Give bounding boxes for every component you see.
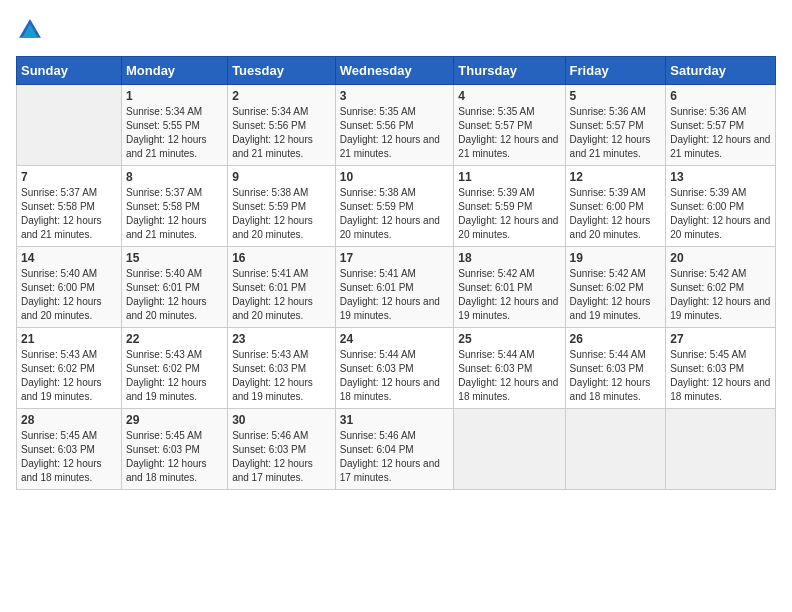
week-row-2: 7Sunrise: 5:37 AMSunset: 5:58 PMDaylight… [17,166,776,247]
week-row-5: 28Sunrise: 5:45 AMSunset: 6:03 PMDayligh… [17,409,776,490]
week-row-1: 1Sunrise: 5:34 AMSunset: 5:55 PMDaylight… [17,85,776,166]
day-number: 14 [21,251,117,265]
calendar-cell: 7Sunrise: 5:37 AMSunset: 5:58 PMDaylight… [17,166,122,247]
day-number: 31 [340,413,450,427]
day-number: 22 [126,332,223,346]
day-info: Sunrise: 5:36 AMSunset: 5:57 PMDaylight:… [570,105,662,161]
calendar-cell: 30Sunrise: 5:46 AMSunset: 6:03 PMDayligh… [228,409,336,490]
calendar-cell: 16Sunrise: 5:41 AMSunset: 6:01 PMDayligh… [228,247,336,328]
calendar-cell: 15Sunrise: 5:40 AMSunset: 6:01 PMDayligh… [121,247,227,328]
column-header-sunday: Sunday [17,57,122,85]
calendar-cell: 24Sunrise: 5:44 AMSunset: 6:03 PMDayligh… [335,328,454,409]
calendar-cell: 6Sunrise: 5:36 AMSunset: 5:57 PMDaylight… [666,85,776,166]
day-number: 25 [458,332,560,346]
column-header-thursday: Thursday [454,57,565,85]
day-info: Sunrise: 5:39 AMSunset: 6:00 PMDaylight:… [570,186,662,242]
day-number: 1 [126,89,223,103]
calendar-cell: 23Sunrise: 5:43 AMSunset: 6:03 PMDayligh… [228,328,336,409]
logo [16,16,48,44]
day-info: Sunrise: 5:37 AMSunset: 5:58 PMDaylight:… [21,186,117,242]
day-info: Sunrise: 5:41 AMSunset: 6:01 PMDaylight:… [232,267,331,323]
calendar-cell [666,409,776,490]
day-number: 17 [340,251,450,265]
column-header-friday: Friday [565,57,666,85]
day-number: 29 [126,413,223,427]
calendar-cell: 4Sunrise: 5:35 AMSunset: 5:57 PMDaylight… [454,85,565,166]
day-info: Sunrise: 5:44 AMSunset: 6:03 PMDaylight:… [340,348,450,404]
day-number: 24 [340,332,450,346]
day-info: Sunrise: 5:35 AMSunset: 5:57 PMDaylight:… [458,105,560,161]
day-info: Sunrise: 5:45 AMSunset: 6:03 PMDaylight:… [21,429,117,485]
calendar-cell: 26Sunrise: 5:44 AMSunset: 6:03 PMDayligh… [565,328,666,409]
calendar-cell: 27Sunrise: 5:45 AMSunset: 6:03 PMDayligh… [666,328,776,409]
day-info: Sunrise: 5:43 AMSunset: 6:02 PMDaylight:… [21,348,117,404]
calendar-cell: 31Sunrise: 5:46 AMSunset: 6:04 PMDayligh… [335,409,454,490]
day-number: 23 [232,332,331,346]
day-info: Sunrise: 5:37 AMSunset: 5:58 PMDaylight:… [126,186,223,242]
calendar-cell: 25Sunrise: 5:44 AMSunset: 6:03 PMDayligh… [454,328,565,409]
calendar-cell: 11Sunrise: 5:39 AMSunset: 5:59 PMDayligh… [454,166,565,247]
day-number: 19 [570,251,662,265]
day-info: Sunrise: 5:36 AMSunset: 5:57 PMDaylight:… [670,105,771,161]
day-number: 15 [126,251,223,265]
day-number: 13 [670,170,771,184]
day-info: Sunrise: 5:43 AMSunset: 6:03 PMDaylight:… [232,348,331,404]
calendar-header-row: SundayMondayTuesdayWednesdayThursdayFrid… [17,57,776,85]
day-info: Sunrise: 5:46 AMSunset: 6:04 PMDaylight:… [340,429,450,485]
page-header [16,16,776,44]
day-number: 9 [232,170,331,184]
day-info: Sunrise: 5:39 AMSunset: 6:00 PMDaylight:… [670,186,771,242]
calendar-cell: 17Sunrise: 5:41 AMSunset: 6:01 PMDayligh… [335,247,454,328]
day-info: Sunrise: 5:45 AMSunset: 6:03 PMDaylight:… [126,429,223,485]
logo-icon [16,16,44,44]
day-number: 10 [340,170,450,184]
day-info: Sunrise: 5:35 AMSunset: 5:56 PMDaylight:… [340,105,450,161]
day-number: 11 [458,170,560,184]
day-number: 27 [670,332,771,346]
day-info: Sunrise: 5:34 AMSunset: 5:56 PMDaylight:… [232,105,331,161]
day-number: 5 [570,89,662,103]
calendar-cell: 19Sunrise: 5:42 AMSunset: 6:02 PMDayligh… [565,247,666,328]
day-number: 12 [570,170,662,184]
calendar-cell: 1Sunrise: 5:34 AMSunset: 5:55 PMDaylight… [121,85,227,166]
calendar-cell: 13Sunrise: 5:39 AMSunset: 6:00 PMDayligh… [666,166,776,247]
day-number: 4 [458,89,560,103]
day-info: Sunrise: 5:41 AMSunset: 6:01 PMDaylight:… [340,267,450,323]
column-header-wednesday: Wednesday [335,57,454,85]
day-number: 26 [570,332,662,346]
calendar-cell: 3Sunrise: 5:35 AMSunset: 5:56 PMDaylight… [335,85,454,166]
day-info: Sunrise: 5:45 AMSunset: 6:03 PMDaylight:… [670,348,771,404]
day-number: 2 [232,89,331,103]
day-number: 7 [21,170,117,184]
day-info: Sunrise: 5:40 AMSunset: 6:01 PMDaylight:… [126,267,223,323]
calendar-cell: 29Sunrise: 5:45 AMSunset: 6:03 PMDayligh… [121,409,227,490]
day-number: 30 [232,413,331,427]
day-info: Sunrise: 5:38 AMSunset: 5:59 PMDaylight:… [232,186,331,242]
day-info: Sunrise: 5:42 AMSunset: 6:02 PMDaylight:… [570,267,662,323]
day-info: Sunrise: 5:42 AMSunset: 6:02 PMDaylight:… [670,267,771,323]
calendar-cell: 9Sunrise: 5:38 AMSunset: 5:59 PMDaylight… [228,166,336,247]
column-header-tuesday: Tuesday [228,57,336,85]
calendar-table: SundayMondayTuesdayWednesdayThursdayFrid… [16,56,776,490]
day-info: Sunrise: 5:40 AMSunset: 6:00 PMDaylight:… [21,267,117,323]
column-header-saturday: Saturday [666,57,776,85]
day-info: Sunrise: 5:38 AMSunset: 5:59 PMDaylight:… [340,186,450,242]
calendar-cell: 20Sunrise: 5:42 AMSunset: 6:02 PMDayligh… [666,247,776,328]
day-info: Sunrise: 5:46 AMSunset: 6:03 PMDaylight:… [232,429,331,485]
day-info: Sunrise: 5:44 AMSunset: 6:03 PMDaylight:… [570,348,662,404]
calendar-cell [17,85,122,166]
calendar-cell: 21Sunrise: 5:43 AMSunset: 6:02 PMDayligh… [17,328,122,409]
calendar-cell: 2Sunrise: 5:34 AMSunset: 5:56 PMDaylight… [228,85,336,166]
day-number: 16 [232,251,331,265]
column-header-monday: Monday [121,57,227,85]
day-number: 6 [670,89,771,103]
day-number: 20 [670,251,771,265]
day-number: 21 [21,332,117,346]
calendar-cell: 8Sunrise: 5:37 AMSunset: 5:58 PMDaylight… [121,166,227,247]
calendar-cell: 28Sunrise: 5:45 AMSunset: 6:03 PMDayligh… [17,409,122,490]
day-info: Sunrise: 5:43 AMSunset: 6:02 PMDaylight:… [126,348,223,404]
day-info: Sunrise: 5:42 AMSunset: 6:01 PMDaylight:… [458,267,560,323]
calendar-cell: 10Sunrise: 5:38 AMSunset: 5:59 PMDayligh… [335,166,454,247]
day-number: 18 [458,251,560,265]
calendar-cell: 14Sunrise: 5:40 AMSunset: 6:00 PMDayligh… [17,247,122,328]
